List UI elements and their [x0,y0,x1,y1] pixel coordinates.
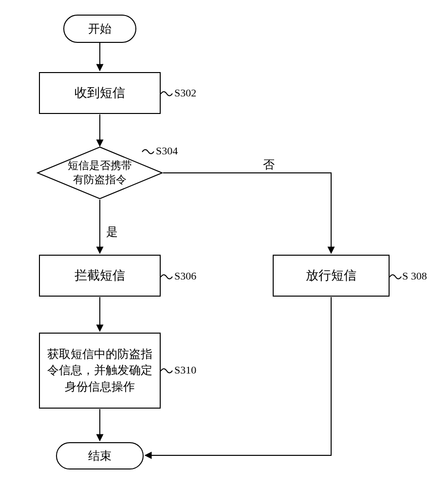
process-intercept-sms-text: 拦截短信 [75,267,125,284]
process-intercept-sms: 拦截短信 [39,255,161,297]
step-number-s310: S310 [174,364,196,376]
end-terminator: 结束 [56,442,144,469]
process-get-cmd-trigger-id: 获取短信中的防盗指令信息，并触发确定身份信息操作 [39,333,161,409]
process-receive-sms-text: 收到短信 [75,84,125,102]
start-terminator: 开始 [63,15,136,43]
step-number-s304: S304 [156,145,178,157]
process-release-sms: 放行短信 [273,255,390,297]
step-number-s308: S 308 [402,270,427,282]
process-receive-sms: 收到短信 [39,72,161,114]
end-label: 结束 [88,448,112,464]
branch-no-label: 否 [263,157,275,172]
process-get-cmd-trigger-id-text: 获取短信中的防盗指令信息，并触发确定身份信息操作 [45,346,155,395]
start-label: 开始 [88,21,112,37]
decision-text-line1: 短信是否携带 [68,159,132,171]
step-number-s306: S306 [174,270,196,282]
branch-yes-label: 是 [106,224,118,240]
step-number-s302: S302 [174,87,196,99]
process-release-sms-text: 放行短信 [306,267,356,284]
decision-has-antitheft-cmd: 短信是否携带 有防盗指令 [37,146,163,200]
decision-text-line2: 有防盗指令 [73,173,127,186]
